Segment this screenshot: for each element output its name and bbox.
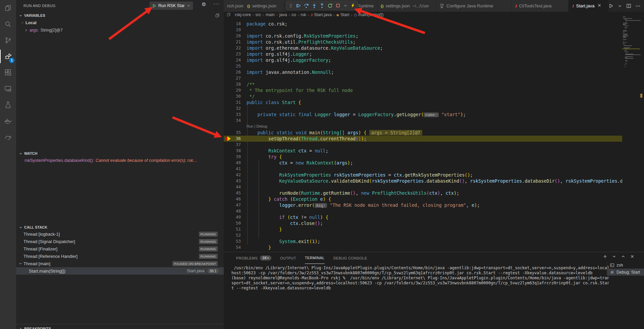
panel-tab-terminal[interactable]: TERMINAL [305,252,325,264]
editor-tab-clitoolstest-java[interactable]: JCliToolsTest.java [512,0,569,12]
activity-item-search[interactable] [0,16,16,32]
breadcrumb-item[interactable]: rsk [301,12,306,17]
code-line-24: 24import org.slf4j.LoggerFactory; [224,57,622,63]
call-stack-thread[interactable]: Thread [Reference Handler]RUNNING [16,252,224,260]
call-stack-thread[interactable]: Thread [Signal Dispatcher]RUNNING [16,238,224,245]
chevron-down-icon[interactable] [612,254,616,259]
activity-item-remote-explorer[interactable] [0,81,16,97]
editor-tab-settings-json[interactable]: {}settings.json [244,0,288,12]
code-lens-run-debug[interactable]: Run | Debug [247,124,622,130]
restart-icon[interactable] [327,3,333,8]
thread-status-badge: RUNNING [199,254,218,259]
minimap-line [623,35,628,35]
breadcrumb-item[interactable]: src [256,12,261,17]
code-line-49: 49 if (ctx != null) { [224,214,622,220]
watch-row[interactable]: rskSystemProperties.databaseKind():Canno… [16,157,224,164]
line-number: 29 [224,87,241,93]
panel-tab-bar: PROBLEMS1K+OUTPUTTERMINALDEBUG CONSOLE [236,252,367,264]
tab-label: settings.json [386,3,410,8]
minimap-line [623,16,626,17]
chevron-down-icon[interactable] [343,3,348,8]
breadcrumb-item[interactable]: co [291,12,296,17]
activity-item-explorer[interactable] [0,0,16,16]
code-line-36: 36 setUpThread(Thread.currentThread()); [224,136,622,142]
code-line-22: 22import org.ethereum.datasource.KeyValu… [224,45,622,51]
run-config-dropdown[interactable]: Run RSK Start [149,1,193,10]
plus-icon[interactable] [603,254,607,259]
variables-scope-local[interactable]: Local [16,19,224,26]
java-file-icon: J [311,13,313,17]
tab-label: settings.json [252,3,276,8]
activity-item-extensions[interactable] [0,64,16,81]
chevron-down-icon[interactable] [618,4,622,8]
remote-explorer-icon [4,85,12,93]
continue-icon[interactable] [296,3,301,8]
minimap-line [623,36,629,36]
code-line-54: 54 } [224,244,622,250]
chevron-right-icon [24,28,28,32]
activity-item-gradle[interactable] [0,129,16,145]
breadcrumb[interactable]: rskj-core›src›main›java›co›rsk›JStart.ja… [235,12,621,18]
panel-tab-problems[interactable]: PROBLEMS1K+ [236,252,271,264]
close-icon[interactable] [630,254,635,259]
activity-item-testing[interactable] [0,97,16,113]
panel-tab-debug-console[interactable]: DEBUG CONSOLE [333,252,367,264]
run-icon[interactable] [608,3,613,8]
breakpoints-section-header[interactable]: BREAKPOINTS [16,325,224,329]
stop-icon[interactable] [335,3,340,8]
editor-tab-nch-json[interactable]: nch.json [224,0,244,12]
breadcrumb-item[interactable]: ◈Start [336,12,350,17]
call-stack-frame[interactable]: Start.main(String[])Start.java36:1 [16,267,224,275]
breadcrumb-separator: › [333,13,335,17]
terminal-list-item-debug-start[interactable]: Debug: Start [607,269,644,276]
breadcrumb-item[interactable]: main [266,12,275,17]
close-icon[interactable] [597,3,602,9]
minimap-line [625,64,626,65]
breadcrumb-item[interactable]: rskj-core [235,12,251,17]
step-out-icon[interactable] [319,3,325,8]
java-runtime-icon [439,3,444,8]
more-actions-icon[interactable]: ··· [213,1,219,6]
terminal-output[interactable]: /usr/bin/env /Library/Internet\ Plug-Ins… [231,266,609,291]
call-stack-thread[interactable]: Thread [Finalizer]RUNNING [16,245,224,252]
panel-tab-output[interactable]: OUTPUT [280,252,296,264]
caret-up-icon[interactable] [621,254,626,259]
tab-label: CliToolsTest.java [519,3,552,8]
minimap-line [625,20,641,21]
code-line-21: 21import co.rsk.util.PreflightChecksUtil… [224,39,622,45]
more-icon[interactable] [635,3,641,9]
gear-icon[interactable]: ⚙ [202,1,206,7]
call-stack-thread[interactable]: Thread [main]PAUSED ON BREAKPOINT [16,260,224,267]
activity-item-run-and-debug[interactable]: 1 [0,48,16,64]
breakpoint-current-line-icon[interactable] [225,136,231,141]
code-line-27: 27 [224,75,622,81]
line-number: 53 [224,238,241,244]
minimap[interactable] [622,12,640,252]
breadcrumb-separator: › [253,13,254,17]
watch-section-header[interactable]: WATCH [16,150,224,157]
code-line-35: 35 public static void main(String[] args… [224,130,622,136]
editor-tab-settings-json[interactable]: {}settings.json~/.../User [377,0,436,12]
activity-item-docker[interactable] [0,113,16,129]
minimap-line [625,50,627,51]
line-number: 51 [224,226,241,232]
breadcrumb-item[interactable]: java [279,12,287,17]
terminal-list-item-zsh[interactable]: zsh [607,262,644,269]
code-editor[interactable]: 18package co.rsk;1920import co.rsk.confi… [224,18,622,252]
variables-section-header[interactable]: VARIABLES [16,12,224,19]
call-stack-section-header[interactable]: CALL STACK [16,224,224,231]
breadcrumb-item[interactable]: JStart.java [311,12,332,17]
line-text: try { [247,154,282,160]
extensions-icon [4,68,12,77]
step-into-icon[interactable] [312,3,317,8]
step-over-icon[interactable] [304,3,309,8]
split-editor-icon[interactable] [626,3,631,8]
editor-tab-configure-java-runtime[interactable]: Configure Java Runtime [436,0,512,12]
call-stack-thread[interactable]: Thread [logback-1]RUNNING [16,230,224,238]
collapse-all-icon[interactable] [215,13,220,18]
editor-tab-start-java[interactable]: JStart.java [569,0,609,12]
activity-item-source-control[interactable] [0,32,16,48]
thread-status-badge: RUNNING [199,239,218,244]
line-text: public class Start { [247,99,301,105]
line-number: 26 [224,69,241,75]
